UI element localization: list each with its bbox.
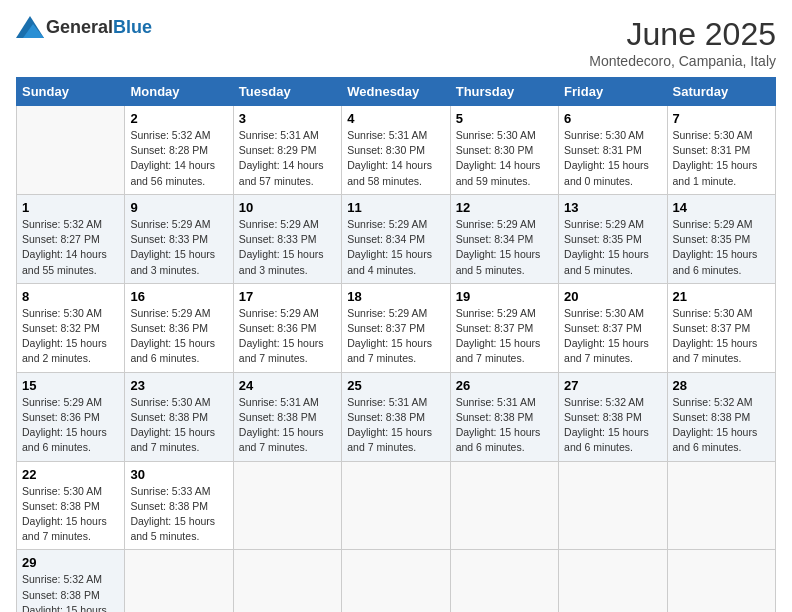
calendar-cell: 12Sunrise: 5:29 AM Sunset: 8:34 PM Dayli… [450,194,558,283]
day-number: 23 [130,378,227,393]
calendar-cell: 4Sunrise: 5:31 AM Sunset: 8:30 PM Daylig… [342,106,450,195]
calendar-cell: 27Sunrise: 5:32 AM Sunset: 8:38 PM Dayli… [559,372,667,461]
weekday-header-row: SundayMondayTuesdayWednesdayThursdayFrid… [17,78,776,106]
calendar-cell: 18Sunrise: 5:29 AM Sunset: 8:37 PM Dayli… [342,283,450,372]
calendar-cell: 24Sunrise: 5:31 AM Sunset: 8:38 PM Dayli… [233,372,341,461]
calendar-cell: 16Sunrise: 5:29 AM Sunset: 8:36 PM Dayli… [125,283,233,372]
calendar-week-row: 22Sunrise: 5:30 AM Sunset: 8:38 PM Dayli… [17,461,776,550]
day-number: 14 [673,200,770,215]
logo: GeneralBlue [16,16,152,38]
weekday-header-cell: Saturday [667,78,775,106]
page-header: GeneralBlue June 2025 Montedecoro, Campa… [16,16,776,69]
location-subtitle: Montedecoro, Campania, Italy [589,53,776,69]
day-number: 10 [239,200,336,215]
calendar-cell: 28Sunrise: 5:32 AM Sunset: 8:38 PM Dayli… [667,372,775,461]
day-info: Sunrise: 5:30 AM Sunset: 8:38 PM Dayligh… [130,395,227,456]
day-info: Sunrise: 5:29 AM Sunset: 8:33 PM Dayligh… [130,217,227,278]
calendar-cell: 7Sunrise: 5:30 AM Sunset: 8:31 PM Daylig… [667,106,775,195]
calendar-cell [233,550,341,612]
day-number: 17 [239,289,336,304]
day-info: Sunrise: 5:32 AM Sunset: 8:38 PM Dayligh… [673,395,770,456]
day-info: Sunrise: 5:29 AM Sunset: 8:37 PM Dayligh… [347,306,444,367]
day-number: 12 [456,200,553,215]
calendar-cell [125,550,233,612]
day-number: 19 [456,289,553,304]
day-info: Sunrise: 5:30 AM Sunset: 8:31 PM Dayligh… [564,128,661,189]
logo-icon [16,16,44,38]
logo-text-blue: Blue [113,17,152,37]
day-number: 27 [564,378,661,393]
calendar-cell [450,550,558,612]
day-info: Sunrise: 5:29 AM Sunset: 8:35 PM Dayligh… [673,217,770,278]
calendar-cell: 15Sunrise: 5:29 AM Sunset: 8:36 PM Dayli… [17,372,125,461]
day-number: 7 [673,111,770,126]
day-info: Sunrise: 5:30 AM Sunset: 8:38 PM Dayligh… [22,484,119,545]
weekday-header-cell: Friday [559,78,667,106]
day-info: Sunrise: 5:31 AM Sunset: 8:38 PM Dayligh… [239,395,336,456]
calendar-cell [342,550,450,612]
day-number: 20 [564,289,661,304]
day-info: Sunrise: 5:33 AM Sunset: 8:38 PM Dayligh… [130,484,227,545]
calendar-cell: 3Sunrise: 5:31 AM Sunset: 8:29 PM Daylig… [233,106,341,195]
calendar-cell: 22Sunrise: 5:30 AM Sunset: 8:38 PM Dayli… [17,461,125,550]
day-info: Sunrise: 5:32 AM Sunset: 8:38 PM Dayligh… [22,572,119,612]
day-info: Sunrise: 5:29 AM Sunset: 8:34 PM Dayligh… [347,217,444,278]
day-info: Sunrise: 5:31 AM Sunset: 8:38 PM Dayligh… [347,395,444,456]
calendar-cell: 30Sunrise: 5:33 AM Sunset: 8:38 PM Dayli… [125,461,233,550]
calendar-cell: 6Sunrise: 5:30 AM Sunset: 8:31 PM Daylig… [559,106,667,195]
day-number: 15 [22,378,119,393]
day-number: 18 [347,289,444,304]
calendar-week-row: 1Sunrise: 5:32 AM Sunset: 8:27 PM Daylig… [17,194,776,283]
day-number: 22 [22,467,119,482]
calendar-cell: 17Sunrise: 5:29 AM Sunset: 8:36 PM Dayli… [233,283,341,372]
title-area: June 2025 Montedecoro, Campania, Italy [589,16,776,69]
calendar-cell: 1Sunrise: 5:32 AM Sunset: 8:27 PM Daylig… [17,194,125,283]
day-info: Sunrise: 5:32 AM Sunset: 8:38 PM Dayligh… [564,395,661,456]
weekday-header-cell: Tuesday [233,78,341,106]
calendar-cell: 23Sunrise: 5:30 AM Sunset: 8:38 PM Dayli… [125,372,233,461]
calendar-cell: 2Sunrise: 5:32 AM Sunset: 8:28 PM Daylig… [125,106,233,195]
calendar-cell [667,461,775,550]
day-number: 2 [130,111,227,126]
calendar-cell: 10Sunrise: 5:29 AM Sunset: 8:33 PM Dayli… [233,194,341,283]
calendar-cell: 11Sunrise: 5:29 AM Sunset: 8:34 PM Dayli… [342,194,450,283]
day-number: 28 [673,378,770,393]
calendar-week-row: 8Sunrise: 5:30 AM Sunset: 8:32 PM Daylig… [17,283,776,372]
day-number: 13 [564,200,661,215]
day-number: 3 [239,111,336,126]
calendar-cell [667,550,775,612]
calendar-week-row: 2Sunrise: 5:32 AM Sunset: 8:28 PM Daylig… [17,106,776,195]
day-info: Sunrise: 5:29 AM Sunset: 8:34 PM Dayligh… [456,217,553,278]
day-number: 9 [130,200,227,215]
weekday-header-cell: Thursday [450,78,558,106]
calendar-cell [233,461,341,550]
day-number: 29 [22,555,119,570]
calendar-cell [450,461,558,550]
calendar-cell [559,550,667,612]
day-info: Sunrise: 5:30 AM Sunset: 8:32 PM Dayligh… [22,306,119,367]
weekday-header-cell: Sunday [17,78,125,106]
logo-text-general: General [46,17,113,37]
day-info: Sunrise: 5:29 AM Sunset: 8:37 PM Dayligh… [456,306,553,367]
day-info: Sunrise: 5:29 AM Sunset: 8:36 PM Dayligh… [22,395,119,456]
calendar-cell: 20Sunrise: 5:30 AM Sunset: 8:37 PM Dayli… [559,283,667,372]
day-number: 25 [347,378,444,393]
day-info: Sunrise: 5:31 AM Sunset: 8:30 PM Dayligh… [347,128,444,189]
calendar-cell: 14Sunrise: 5:29 AM Sunset: 8:35 PM Dayli… [667,194,775,283]
day-number: 4 [347,111,444,126]
day-number: 5 [456,111,553,126]
day-number: 16 [130,289,227,304]
calendar-cell: 13Sunrise: 5:29 AM Sunset: 8:35 PM Dayli… [559,194,667,283]
calendar-body: 2Sunrise: 5:32 AM Sunset: 8:28 PM Daylig… [17,106,776,613]
day-info: Sunrise: 5:30 AM Sunset: 8:37 PM Dayligh… [673,306,770,367]
day-info: Sunrise: 5:29 AM Sunset: 8:33 PM Dayligh… [239,217,336,278]
calendar-cell: 8Sunrise: 5:30 AM Sunset: 8:32 PM Daylig… [17,283,125,372]
calendar-cell: 19Sunrise: 5:29 AM Sunset: 8:37 PM Dayli… [450,283,558,372]
day-number: 26 [456,378,553,393]
day-info: Sunrise: 5:31 AM Sunset: 8:38 PM Dayligh… [456,395,553,456]
calendar-cell: 9Sunrise: 5:29 AM Sunset: 8:33 PM Daylig… [125,194,233,283]
calendar-cell: 29Sunrise: 5:32 AM Sunset: 8:38 PM Dayli… [17,550,125,612]
calendar-cell: 26Sunrise: 5:31 AM Sunset: 8:38 PM Dayli… [450,372,558,461]
calendar-cell: 21Sunrise: 5:30 AM Sunset: 8:37 PM Dayli… [667,283,775,372]
day-number: 21 [673,289,770,304]
